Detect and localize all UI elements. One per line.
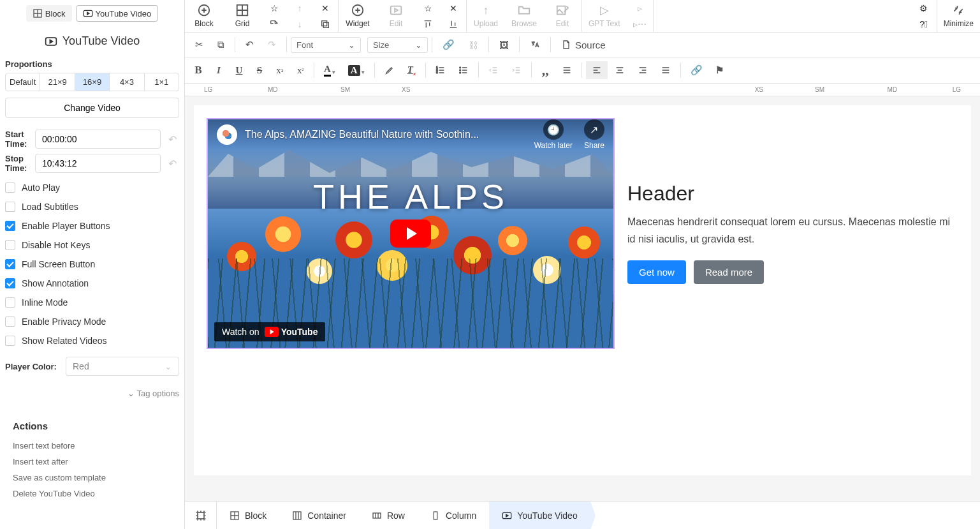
topbar-edit-image[interactable]: Edit <box>543 0 581 32</box>
get-now-button[interactable]: Get now <box>627 260 686 284</box>
outdent-button[interactable] <box>483 61 504 79</box>
opt-auto-play[interactable]: Auto Play <box>5 183 179 193</box>
topbar-help[interactable]: ?⃝ <box>911 17 937 32</box>
superscript-button[interactable]: x² <box>291 61 310 80</box>
copy-button[interactable]: ⧉ <box>211 35 231 54</box>
ordered-list-button[interactable]: 123 <box>430 61 451 79</box>
text-color-button[interactable]: A <box>318 60 341 80</box>
topbar-align-top[interactable] <box>415 17 441 32</box>
read-more-button[interactable]: Read more <box>694 260 764 284</box>
align-right-button[interactable] <box>632 61 654 79</box>
unordered-list-button[interactable] <box>453 61 474 79</box>
image-button[interactable]: 🖼 <box>493 36 515 54</box>
breadcrumb-youtube[interactable]: YouTube Video <box>489 502 590 529</box>
topbar-favorite2[interactable]: ☆ <box>415 1 441 16</box>
breadcrumb-container[interactable]: Container <box>279 502 359 529</box>
share-button[interactable]: ↗ Share <box>584 119 604 150</box>
redo-button[interactable]: ↷ <box>261 35 282 54</box>
unlink-button[interactable]: ⛓ <box>462 36 485 54</box>
size-select[interactable]: Size⌄ <box>367 37 428 53</box>
bg-color-button[interactable]: A <box>342 61 370 80</box>
topbar-block[interactable]: Block <box>185 0 223 32</box>
action-insert-before[interactable]: Insert text before <box>5 438 179 454</box>
page-block[interactable]: The Alps, AMAZING Beautiful Nature with … <box>194 105 971 475</box>
opt-load-subtitles[interactable]: Load Subtitles <box>5 202 179 212</box>
line-height-button[interactable] <box>556 61 578 79</box>
subscript-button[interactable]: x₂ <box>270 61 289 80</box>
topbar-copy[interactable] <box>312 17 338 32</box>
strike-button[interactable]: S <box>250 61 269 80</box>
action-delete[interactable]: Delete YouTube Video <box>5 486 179 502</box>
topbar-close[interactable]: ✕ <box>312 1 338 16</box>
stop-time-input[interactable] <box>35 154 161 173</box>
tab-youtube[interactable]: YouTube Video <box>76 5 159 22</box>
topbar-settings[interactable]: ⚙ <box>911 1 937 16</box>
italic-button[interactable]: I <box>209 61 228 80</box>
undo-button[interactable]: ↶ <box>239 35 260 54</box>
topbar-favorite[interactable]: ☆ <box>261 1 287 16</box>
player-color-select[interactable]: Red ⌄ <box>66 357 179 376</box>
topbar-align-bottom[interactable] <box>441 17 466 32</box>
topbar-browse[interactable]: Browse <box>505 0 543 32</box>
translate-button[interactable] <box>523 36 546 54</box>
underline-button[interactable]: U <box>230 61 249 80</box>
watch-on-youtube[interactable]: Watch on YouTube <box>214 322 325 341</box>
source-button[interactable]: Source <box>555 36 612 54</box>
link-button[interactable]: 🔗 <box>436 35 461 54</box>
topbar-export[interactable] <box>261 17 287 32</box>
opt-show-annotation[interactable]: Show Annotation <box>5 278 179 288</box>
breadcrumb-block[interactable]: Block <box>217 502 279 529</box>
opt-fullscreen[interactable]: Full Screen Button <box>5 259 179 269</box>
prop-default[interactable]: Default <box>6 73 40 91</box>
tag-options-toggle[interactable]: ⌄ Tag options <box>5 389 179 398</box>
start-time-input[interactable] <box>35 130 161 149</box>
quote-button[interactable]: ,, <box>536 64 555 77</box>
play-button[interactable] <box>390 220 431 248</box>
undo-icon[interactable]: ↶ <box>166 158 179 170</box>
prop-21x9[interactable]: 21×9 <box>40 73 75 91</box>
highlight-button[interactable] <box>379 61 400 79</box>
opt-disable-hotkeys[interactable]: Disable Hot Keys <box>5 240 179 250</box>
topbar-widget[interactable]: Widget <box>339 0 377 32</box>
action-save-template[interactable]: Save as custom template <box>5 470 179 486</box>
topbar-minimize[interactable]: Minimize <box>937 0 980 32</box>
prop-16x9[interactable]: 16×9 <box>75 73 110 91</box>
prop-1x1[interactable]: 1×1 <box>145 73 179 91</box>
topbar-gpt-more[interactable]: ▹⋯ <box>627 17 653 32</box>
topbar-upload[interactable]: ↑ Upload <box>467 0 505 32</box>
video-title[interactable]: The Alps, AMAZING Beautiful Nature with … <box>245 129 527 140</box>
flag-button[interactable]: ⚑ <box>710 61 729 80</box>
topbar-gpt-run[interactable]: ▹ <box>627 1 653 16</box>
youtube-video-widget[interactable]: The Alps, AMAZING Beautiful Nature with … <box>207 118 615 349</box>
channel-avatar[interactable] <box>217 124 237 145</box>
tab-block[interactable]: Block <box>26 5 72 22</box>
action-insert-after[interactable]: Insert text after <box>5 454 179 470</box>
topbar-grid[interactable]: Grid <box>223 0 261 32</box>
opt-inline-mode[interactable]: Inline Mode <box>5 297 179 308</box>
breadcrumb-row[interactable]: Row <box>359 502 418 529</box>
topbar-up[interactable]: ↑ <box>287 1 312 16</box>
topbar-edit[interactable]: Edit <box>377 0 415 32</box>
text-column[interactable]: Header Maecenas hendrerit consequat lore… <box>627 118 958 349</box>
watch-later-button[interactable]: 🕘 Watch later <box>534 119 573 150</box>
cut-button[interactable]: ✂ <box>189 35 210 54</box>
topbar-down[interactable]: ↓ <box>287 17 312 32</box>
prop-4x3[interactable]: 4×3 <box>110 73 144 91</box>
anchor-button[interactable]: 🔗 <box>685 61 708 80</box>
canvas[interactable]: The Alps, AMAZING Beautiful Nature with … <box>185 96 980 501</box>
content-body[interactable]: Maecenas hendrerit consequat lorem eu cu… <box>627 213 958 248</box>
align-justify-button[interactable] <box>655 61 676 79</box>
breadcrumb-column[interactable]: Column <box>418 502 489 529</box>
content-header[interactable]: Header <box>627 182 958 205</box>
indent-button[interactable] <box>506 61 527 79</box>
font-select[interactable]: Font⌄ <box>291 37 361 53</box>
opt-related[interactable]: Show Related Videos <box>5 336 179 346</box>
undo-icon[interactable]: ↶ <box>166 133 179 145</box>
opt-privacy[interactable]: Enable Privacy Mode <box>5 317 179 327</box>
align-left-button[interactable] <box>586 61 608 79</box>
topbar-gpt[interactable]: ▷ GPT Text <box>582 0 627 32</box>
opt-enable-player-buttons[interactable]: Enable Player Buttons <box>5 221 179 231</box>
clear-format-button[interactable]: Tx <box>402 61 422 80</box>
bold-button[interactable]: B <box>189 60 208 80</box>
align-center-button[interactable] <box>609 61 631 79</box>
